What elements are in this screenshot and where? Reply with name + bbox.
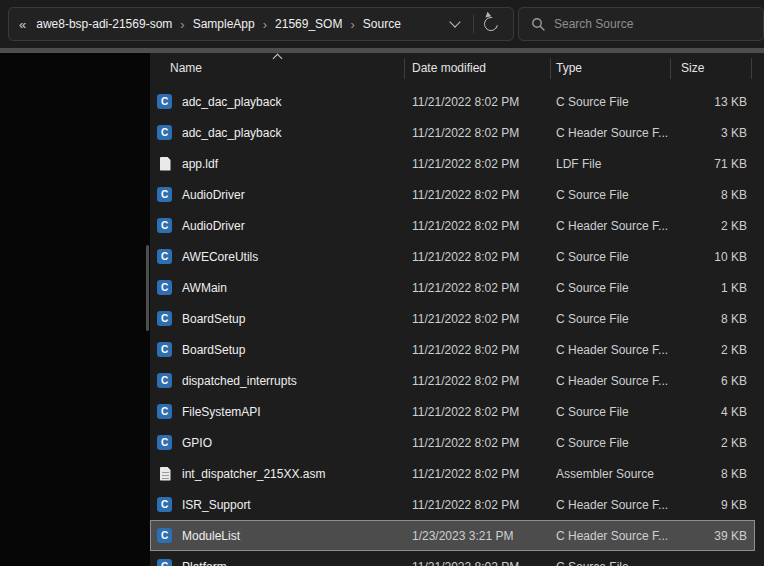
column-header-size[interactable]: Size	[671, 53, 752, 83]
c-file-icon: C	[157, 94, 172, 109]
file-row[interactable]: Cdispatched_interrupts11/21/2022 8:02 PM…	[150, 365, 755, 396]
breadcrumb-separator-icon: ›	[257, 17, 273, 32]
file-size: 8 KB	[671, 312, 755, 326]
file-name: AWECoreUtils	[182, 250, 258, 264]
file-type: C Source File	[551, 312, 671, 326]
file-type: C Source File	[551, 188, 671, 202]
breadcrumb-item-root[interactable]: awe8-bsp-adi-21569-som	[34, 17, 174, 31]
file-name: BoardSetup	[182, 343, 245, 357]
file-type: Assembler Source	[551, 467, 671, 481]
file-size: 6 KB	[671, 374, 755, 388]
column-header-name-label: Name	[170, 61, 202, 75]
file-size: 4 KB	[671, 405, 755, 419]
file-size: 2 KB	[671, 436, 755, 450]
file-name-cell: CBoardSetup	[150, 311, 405, 326]
file-name: AWMain	[182, 281, 227, 295]
file-name: GPIO	[182, 436, 212, 450]
file-row[interactable]: CBoardSetup11/21/2022 8:02 PMC Header So…	[150, 334, 755, 365]
file-name-cell: CModuleList	[150, 528, 405, 543]
file-name: AudioDriver	[182, 219, 245, 233]
file-size: 71 KB	[671, 157, 755, 171]
file-name-cell: Cdispatched_interrupts	[150, 373, 405, 388]
file-row[interactable]: CAWECoreUtils11/21/2022 8:02 PMC Source …	[150, 241, 755, 272]
file-row[interactable]: app.ldf11/21/2022 8:02 PMLDF File71 KB	[150, 148, 755, 179]
file-row[interactable]: CGPIO11/21/2022 8:02 PMC Source File2 KB	[150, 427, 755, 458]
file-name: dispatched_interrupts	[182, 374, 297, 388]
file-list-pane: Name Date modified Type Size Cadc_dac_pl…	[150, 53, 764, 566]
column-header-date-label: Date modified	[412, 61, 486, 75]
breadcrumb-item-21569-som[interactable]: 21569_SOM	[273, 17, 344, 31]
file-name: app.ldf	[182, 157, 218, 171]
file-date-modified: 11/21/2022 8:02 PM	[405, 250, 551, 264]
file-date-modified: 11/21/2022 8:02 PM	[405, 219, 551, 233]
search-box[interactable]: Search Source	[518, 7, 764, 41]
c-file-icon: C	[157, 187, 172, 202]
file-type: C Source File	[551, 560, 671, 566]
file-name: Platform	[182, 560, 227, 566]
file-size: 1 KB	[671, 281, 755, 295]
file-row[interactable]: CPlatform11/21/2022 8:02 PMC Source File	[150, 551, 755, 566]
address-bar[interactable]: « awe8-bsp-adi-21569-som › SampleApp › 2…	[8, 7, 514, 41]
search-input[interactable]: Search Source	[554, 17, 633, 31]
c-file-icon: C	[157, 435, 172, 450]
navigation-pane	[0, 53, 150, 566]
file-row[interactable]: CModuleList1/23/2023 3:21 PMC Header Sou…	[150, 520, 755, 551]
c-file-icon: C	[157, 559, 172, 566]
file-explorer-window: « awe8-bsp-adi-21569-som › SampleApp › 2…	[0, 0, 764, 566]
file-size: 2 KB	[671, 343, 755, 357]
file-date-modified: 11/21/2022 8:02 PM	[405, 467, 551, 481]
column-header-type[interactable]: Type	[551, 53, 671, 83]
file-name-cell: int_dispatcher_215XX.asm	[150, 466, 405, 482]
breadcrumb-item-source[interactable]: Source	[361, 17, 403, 31]
address-dropdown-icon[interactable]	[449, 16, 460, 27]
file-row[interactable]: CAWMain11/21/2022 8:02 PMC Source File1 …	[150, 272, 755, 303]
file-name-cell: CAudioDriver	[150, 187, 405, 202]
column-header-type-label: Type	[556, 61, 582, 75]
c-file-icon: C	[157, 497, 172, 512]
file-row[interactable]: Cadc_dac_playback11/21/2022 8:02 PMC Hea…	[150, 117, 755, 148]
file-list: Cadc_dac_playback11/21/2022 8:02 PMC Sou…	[150, 86, 764, 566]
asm-file-icon	[157, 466, 173, 482]
file-type: C Source File	[551, 250, 671, 264]
breadcrumb-item-sampleapp[interactable]: SampleApp	[191, 17, 257, 31]
file-row[interactable]: CBoardSetup11/21/2022 8:02 PMC Source Fi…	[150, 303, 755, 334]
c-file-icon: C	[157, 125, 172, 140]
file-row[interactable]: CAudioDriver11/21/2022 8:02 PMC Source F…	[150, 179, 755, 210]
toolbar: « awe8-bsp-adi-21569-som › SampleApp › 2…	[0, 0, 764, 48]
column-header-date-modified[interactable]: Date modified	[405, 53, 551, 83]
file-name: adc_dac_playback	[182, 126, 281, 140]
file-row[interactable]: int_dispatcher_215XX.asm11/21/2022 8:02 …	[150, 458, 755, 489]
column-header-name[interactable]: Name	[150, 53, 405, 83]
file-type: C Header Source F...	[551, 219, 671, 233]
file-date-modified: 11/21/2022 8:02 PM	[405, 312, 551, 326]
document-icon	[157, 156, 173, 172]
file-type: LDF File	[551, 157, 671, 171]
file-row[interactable]: CISR_Support11/21/2022 8:02 PMC Header S…	[150, 489, 755, 520]
file-name: ModuleList	[182, 529, 240, 543]
sort-ascending-icon	[273, 54, 283, 64]
c-file-icon: C	[157, 280, 172, 295]
file-row[interactable]: CFileSystemAPI11/21/2022 8:02 PMC Source…	[150, 396, 755, 427]
file-name: BoardSetup	[182, 312, 245, 326]
breadcrumb-overflow-icon[interactable]: «	[19, 17, 26, 32]
file-name-cell: CFileSystemAPI	[150, 404, 405, 419]
file-name-cell: Cadc_dac_playback	[150, 125, 405, 140]
c-file-icon: C	[157, 528, 172, 543]
column-headers: Name Date modified Type Size	[150, 53, 752, 83]
file-size: 10 KB	[671, 250, 755, 264]
file-size: 8 KB	[671, 467, 755, 481]
column-header-size-label: Size	[681, 61, 704, 75]
navigation-pane-scrollbar[interactable]	[146, 245, 149, 331]
file-name-cell: CBoardSetup	[150, 342, 405, 357]
refresh-icon[interactable]	[481, 14, 500, 33]
file-row[interactable]: CAudioDriver11/21/2022 8:02 PMC Header S…	[150, 210, 755, 241]
file-name-cell: CGPIO	[150, 435, 405, 450]
file-name-cell: CAWECoreUtils	[150, 249, 405, 264]
file-type: C Header Source F...	[551, 126, 671, 140]
file-name-cell: CPlatform	[150, 559, 405, 566]
file-type: C Source File	[551, 436, 671, 450]
file-type: C Source File	[551, 281, 671, 295]
file-name: AudioDriver	[182, 188, 245, 202]
file-size: 2 KB	[671, 219, 755, 233]
file-row[interactable]: Cadc_dac_playback11/21/2022 8:02 PMC Sou…	[150, 86, 755, 117]
